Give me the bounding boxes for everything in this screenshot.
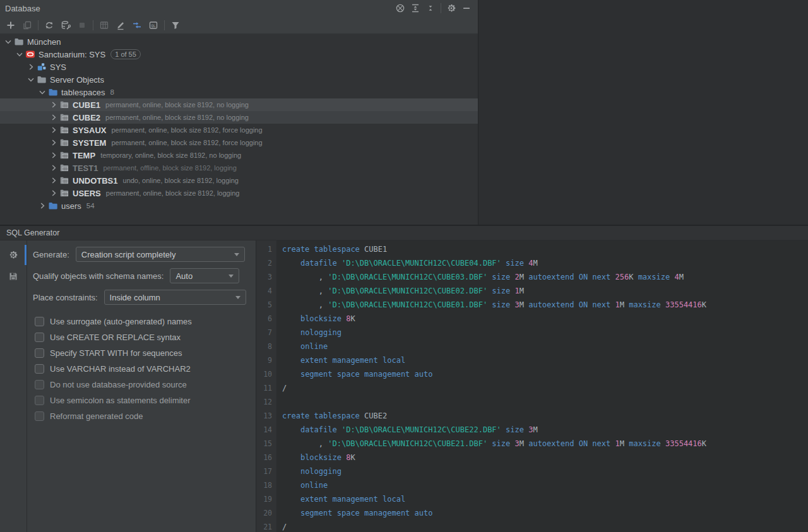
rail-tab-save-icon[interactable] <box>0 266 27 287</box>
tree-row-users[interactable]: users54 <box>0 199 478 212</box>
tree-row-test1[interactable]: TEST1permanent, offline, block size 8192… <box>0 162 478 174</box>
checkbox[interactable] <box>35 364 44 374</box>
checkbox[interactable] <box>35 411 44 421</box>
edit-pencil-icon[interactable] <box>112 18 129 32</box>
generate-dropdown[interactable]: Creation script completely <box>76 247 245 262</box>
checkbox-label: Specify START WITH for sequences <box>50 348 182 358</box>
tablespace-icon <box>59 175 69 186</box>
line-number: 10 <box>256 367 277 381</box>
code-line: 16 blocksize 8K <box>256 451 808 464</box>
sql-generator-sidebar <box>0 240 27 532</box>
code-text: create tablespace CUBE1 <box>277 242 387 256</box>
tablespace-details: permanent, offline, block size 8192, log… <box>103 164 236 172</box>
toolbar-divider <box>441 3 441 13</box>
code-text: segment space management auto <box>277 506 432 520</box>
chevron-right-icon[interactable] <box>37 201 48 211</box>
chevron-down-icon <box>235 296 241 299</box>
modify-datasource-icon[interactable] <box>57 18 74 32</box>
chevron-down-icon <box>234 253 239 256</box>
query-console-icon[interactable]: QL <box>145 18 162 32</box>
tree-row-undotbs1[interactable]: UNDOTBS1undo, online, block size 8192, l… <box>0 174 478 187</box>
code-text: datafile 'D:\DB\ORACLE\MUNICH12C\CUBE22.… <box>277 423 538 437</box>
tree-node-label: SYSAUX <box>73 126 106 135</box>
filter-icon[interactable] <box>167 18 184 32</box>
tree-row-users[interactable]: USERSpermanent, online, block size 8192,… <box>0 187 478 199</box>
collapse-all-icon[interactable] <box>423 2 438 15</box>
sql-code-editor[interactable]: 1create tablespace CUBE12 datafile 'D:\D… <box>256 240 808 532</box>
sync-arrows-icon[interactable] <box>129 18 145 32</box>
checkbox[interactable] <box>35 396 44 405</box>
settings-gear-icon[interactable] <box>444 2 459 15</box>
duplicate-icon[interactable] <box>19 18 35 32</box>
sql-generator-title: SQL Generator <box>6 228 59 237</box>
code-line: 1create tablespace CUBE1 <box>256 242 808 256</box>
line-number: 17 <box>256 464 277 478</box>
tablespace-details: permanent, online, block size 8192, forc… <box>111 139 262 146</box>
tablespace-details: temporary, online, block size 8192, no l… <box>100 151 241 159</box>
chevron-down-icon[interactable] <box>37 87 48 97</box>
tree-row-temp[interactable]: TEMPtemporary, online, block size 8192, … <box>0 149 478 162</box>
constraints-dropdown[interactable]: Inside column <box>104 290 246 305</box>
code-line: 20 segment space management auto <box>256 506 808 520</box>
database-toolbar: QL <box>0 16 478 34</box>
object-count-badge: 1 of 55 <box>110 49 141 59</box>
refresh-icon[interactable] <box>41 18 57 32</box>
chevron-right-icon[interactable] <box>48 163 59 173</box>
stop-icon[interactable] <box>74 18 90 32</box>
schema-icon <box>37 62 47 72</box>
code-text: online <box>277 340 328 353</box>
ide-window: Database QL MünchenSanctuarium: SYS1 of … <box>0 0 808 532</box>
code-text: nologging <box>277 326 342 340</box>
tree-row-system[interactable]: SYSTEMpermanent, online, block size 8192… <box>0 136 478 149</box>
checkbox-row-do-not-use-database-provided-source: Do not use database-provided source <box>33 377 256 393</box>
toolbar-divider <box>93 20 93 30</box>
chevron-right-icon[interactable] <box>48 188 59 198</box>
code-line: 8 online <box>256 340 808 353</box>
chevron-right-icon[interactable] <box>48 125 59 135</box>
chevron-right-icon[interactable] <box>48 100 59 110</box>
code-text: , 'D:\DB\ORACLE\MUNICH12C\CUBE03.DBF' si… <box>277 270 684 284</box>
tree-row-cube1[interactable]: CUBE1permanent, online, block size 8192,… <box>0 98 478 111</box>
tree-row-sysaux[interactable]: SYSAUXpermanent, online, block size 8192… <box>0 124 478 136</box>
tree-node-label: tablespaces <box>61 88 105 97</box>
tree-node-label: CUBE1 <box>73 100 100 110</box>
rail-tab-settings-gear-icon[interactable] <box>0 244 27 266</box>
tree-row-sys[interactable]: SYS <box>0 61 478 73</box>
tablespace-icon <box>59 125 69 135</box>
checkbox[interactable] <box>35 317 44 326</box>
chevron-down-icon[interactable] <box>14 49 25 59</box>
checkbox-row-use-surrogate-auto-generated-names: Use surrogate (auto-generated) names <box>33 314 256 329</box>
add-datasource-icon[interactable] <box>3 18 19 32</box>
tree-row-tablespaces[interactable]: tablespaces8 <box>0 86 478 98</box>
code-line: 12 <box>256 395 808 409</box>
chevron-right-icon[interactable] <box>48 138 59 148</box>
chevron-down-icon[interactable] <box>3 37 14 47</box>
checkbox[interactable] <box>35 348 44 358</box>
table-data-icon[interactable] <box>96 18 112 32</box>
chevron-right-icon[interactable] <box>48 175 59 186</box>
line-number: 16 <box>256 451 277 464</box>
code-line: 9 extent management local <box>256 353 808 367</box>
qualify-dropdown[interactable]: Auto <box>170 268 239 283</box>
checkbox[interactable] <box>35 380 44 389</box>
checkbox[interactable] <box>35 333 44 342</box>
tree-node-label: CUBE2 <box>73 113 100 122</box>
chevron-down-icon[interactable] <box>25 74 37 85</box>
line-number: 6 <box>256 312 277 326</box>
checkbox-row-use-semicolon-as-statements-delimiter: Use semicolon as statements delimiter <box>33 393 256 408</box>
tree-node-label: USERS <box>73 189 101 198</box>
tree-row-server-objects[interactable]: Server Objects <box>0 73 478 86</box>
chevron-right-icon[interactable] <box>48 150 59 160</box>
tree-row-cube2[interactable]: CUBE2permanent, online, block size 8192,… <box>0 111 478 124</box>
folder-icon <box>14 37 24 47</box>
tree-row-sanctuarium-sys[interactable]: Sanctuarium: SYS1 of 55 <box>0 48 478 61</box>
chevron-right-icon[interactable] <box>25 62 37 72</box>
expand-all-icon[interactable] <box>408 2 423 15</box>
database-tool-window: Database QL MünchenSanctuarium: SYS1 of … <box>0 0 478 225</box>
chevron-right-icon[interactable] <box>48 112 59 122</box>
hide-panel-icon[interactable] <box>459 2 474 15</box>
code-text <box>277 395 282 409</box>
select-opened-element-icon[interactable] <box>393 2 408 15</box>
tree-row-m-nchen[interactable]: München <box>0 35 478 48</box>
database-panel-title: Database <box>5 4 40 13</box>
